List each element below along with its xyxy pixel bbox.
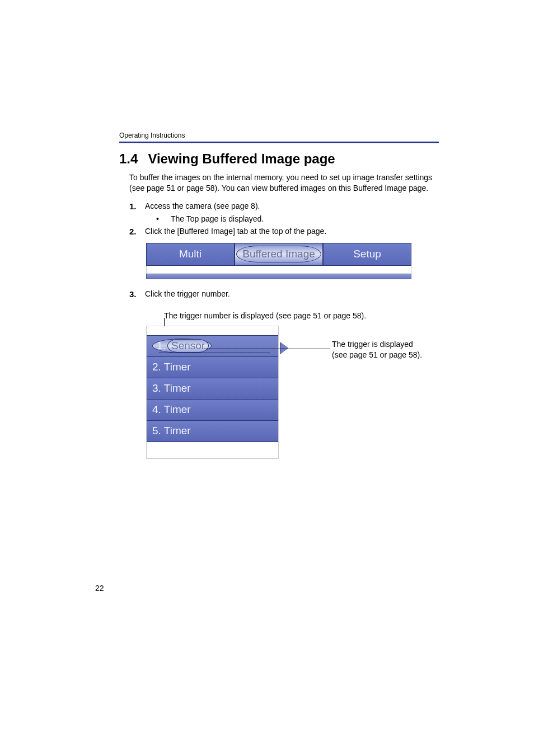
page-number: 22: [95, 584, 104, 593]
trigger-label: 2. Timer: [152, 361, 191, 373]
tab-label: Setup: [353, 248, 381, 260]
heading-title: Viewing Buffered Image page: [148, 151, 335, 167]
step-1: 1. Access the camera (see page 8).: [129, 201, 439, 211]
tab-setup[interactable]: Setup: [323, 243, 411, 266]
trigger-label: 3. Timer: [152, 382, 191, 395]
trigger-label: Sensor: [167, 339, 209, 353]
tab-spacer: [146, 266, 411, 274]
section-heading: 1.4 Viewing Buffered Image page: [119, 151, 439, 167]
tab-bar-figure: Multi Buffered Image Setup: [146, 243, 411, 279]
sub-bullet-text: The Top page is displayed.: [171, 214, 264, 223]
trigger-item-1-sensor[interactable]: 1. Sensor: [147, 335, 278, 356]
callout-arrow-icon: [280, 342, 288, 354]
step-text: Click the [Buffered Image] tab at the to…: [145, 227, 439, 236]
callout-text: The trigger is displayed (see page 51 or…: [332, 339, 438, 360]
running-header: Operating Instructions: [119, 132, 439, 139]
bullet-dot: •: [156, 214, 171, 223]
tab-label: Multi: [179, 248, 202, 260]
tab-bottom-bar: [146, 274, 411, 279]
intro-paragraph: To buffer the images on the internal mem…: [129, 172, 439, 194]
step-number: 1.: [129, 201, 145, 211]
trigger-item-2-timer[interactable]: 2. Timer: [147, 356, 278, 378]
trigger-label: 4. Timer: [152, 403, 191, 416]
trigger-list-figure: 1. Sensor 2. Timer 3. Timer 4. Timer 5. …: [146, 326, 432, 459]
trigger-underline: [159, 353, 270, 353]
tab-label: Buffered Image: [236, 246, 321, 262]
tab-buffered-image[interactable]: Buffered Image: [235, 243, 323, 266]
step-3-note: The trigger number is displayed (see pag…: [164, 311, 439, 320]
trigger-item-3-timer[interactable]: 3. Timer: [147, 378, 278, 399]
trigger-number: 1.: [155, 340, 167, 352]
step-2: 2. Click the [Buffered Image] tab at the…: [129, 227, 439, 236]
callout-line-1: The trigger is displayed: [332, 340, 413, 349]
callout-underline: [204, 349, 330, 349]
header-rule: [119, 142, 439, 143]
step-1-sub-bullet: • The Top page is displayed.: [156, 214, 439, 223]
heading-number: 1.4: [119, 151, 138, 167]
step-text: Click the trigger number.: [145, 289, 439, 298]
trigger-item-4-timer[interactable]: 4. Timer: [147, 399, 278, 420]
step-number: 3.: [129, 289, 145, 299]
step-3: 3. Click the trigger number.: [129, 289, 439, 299]
tab-multi[interactable]: Multi: [146, 243, 235, 266]
step-text: Access the camera (see page 8).: [145, 201, 439, 210]
step-number: 2.: [129, 227, 145, 236]
trigger-label: 5. Timer: [152, 425, 191, 437]
trigger-item-5-timer[interactable]: 5. Timer: [147, 420, 278, 442]
callout-line-2: (see page 51 or page 58).: [332, 350, 422, 359]
